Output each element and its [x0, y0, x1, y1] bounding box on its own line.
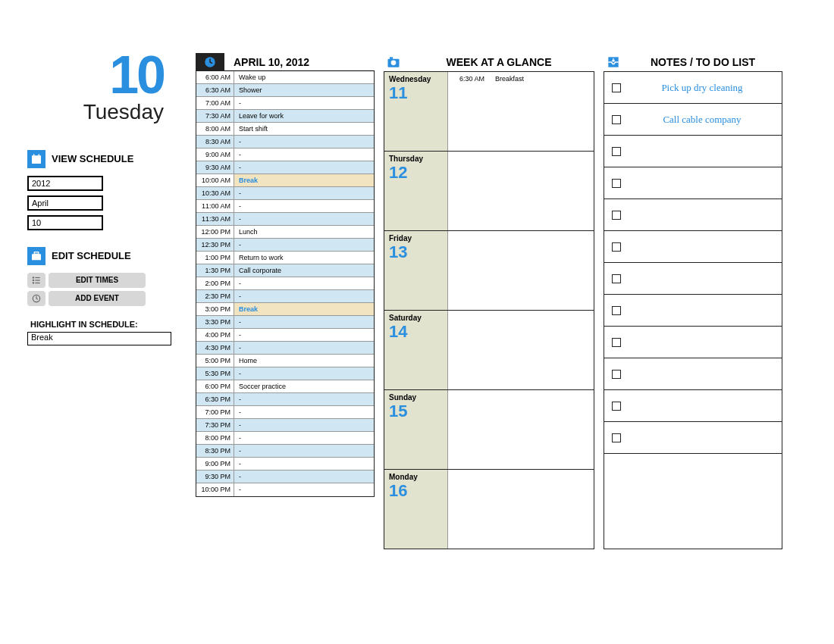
- week-day-name: Thursday: [389, 155, 443, 163]
- week-day[interactable]: Sunday15: [384, 390, 594, 470]
- note-row[interactable]: [604, 199, 782, 231]
- slot-event: -: [234, 97, 374, 109]
- checkbox[interactable]: [612, 179, 621, 188]
- slot-time: 3:00 PM: [196, 303, 234, 315]
- checkbox[interactable]: [612, 402, 621, 411]
- slot-event: -: [234, 329, 374, 341]
- note-row[interactable]: [604, 358, 782, 390]
- time-slot[interactable]: 7:00 AM-: [196, 97, 374, 110]
- notes-panel: NOTES / TO DO LIST Pick up dry cleaningC…: [604, 53, 782, 549]
- note-row[interactable]: [604, 136, 782, 167]
- time-slot[interactable]: 7:30 AMLeave for work: [196, 110, 374, 123]
- slot-time: 9:30 AM: [196, 161, 234, 174]
- week-day[interactable]: Wednesday116:30 AMBreakfast: [384, 72, 594, 152]
- time-slot[interactable]: 1:30 PMCall corporate: [196, 264, 374, 277]
- time-slot[interactable]: 6:00 AMWake up: [196, 71, 374, 84]
- time-slot[interactable]: 7:00 PM-: [196, 406, 374, 419]
- edit-times-button[interactable]: EDIT TIMES: [27, 273, 187, 288]
- note-row[interactable]: [604, 231, 782, 263]
- add-event-label: ADD EVENT: [49, 291, 146, 306]
- camera-icon: [384, 53, 403, 71]
- highlight-input[interactable]: Break: [27, 332, 171, 345]
- note-row[interactable]: Pick up dry cleaning: [604, 72, 782, 104]
- week-day-header: Sunday15: [384, 390, 448, 469]
- calendar-icon: [27, 150, 45, 168]
- week-panel: WEEK AT A GLANCE Wednesday116:30 AMBreak…: [384, 53, 594, 549]
- checkbox[interactable]: [612, 274, 621, 283]
- slot-time: 10:00 AM: [196, 174, 234, 186]
- week-day-events: [448, 152, 594, 230]
- time-slot[interactable]: 6:30 PM-: [196, 393, 374, 406]
- note-row[interactable]: [604, 263, 782, 295]
- checkbox[interactable]: [612, 147, 621, 156]
- slot-event: Shower: [234, 84, 374, 96]
- slot-time: 11:30 AM: [196, 213, 234, 225]
- month-picker[interactable]: April: [27, 195, 103, 211]
- time-slot[interactable]: 3:00 PMBreak: [196, 303, 374, 316]
- time-slot[interactable]: 4:00 PM-: [196, 329, 374, 342]
- time-slot[interactable]: 7:30 PM-: [196, 419, 374, 432]
- checkbox[interactable]: [612, 115, 621, 124]
- checkbox[interactable]: [612, 83, 621, 92]
- week-day-events: [448, 390, 594, 469]
- time-slot[interactable]: 2:00 PM-: [196, 277, 374, 290]
- time-slot[interactable]: 10:00 AMBreak: [196, 174, 374, 187]
- time-slot[interactable]: 11:30 AM-: [196, 213, 374, 226]
- time-slot[interactable]: 12:00 PMLunch: [196, 226, 374, 239]
- time-slot[interactable]: 9:00 PM-: [196, 458, 374, 470]
- time-slot[interactable]: 5:30 PM-: [196, 367, 374, 380]
- week-day[interactable]: Saturday14: [384, 311, 594, 390]
- time-slot[interactable]: 9:30 PM-: [196, 470, 374, 483]
- time-slot[interactable]: 9:30 AM-: [196, 161, 374, 174]
- svg-rect-7: [35, 277, 39, 277]
- time-slot[interactable]: 8:00 AMStart shift: [196, 123, 374, 136]
- checkbox[interactable]: [612, 370, 621, 379]
- note-row[interactable]: Call cable company: [604, 104, 782, 136]
- slot-event: -: [234, 148, 374, 161]
- time-slot[interactable]: 10:30 AM-: [196, 187, 374, 200]
- time-slot[interactable]: 11:00 AM-: [196, 200, 374, 213]
- time-slot[interactable]: 10:00 PM-: [196, 483, 374, 496]
- clock-icon: [27, 291, 45, 306]
- checkbox[interactable]: [612, 433, 621, 442]
- day-picker[interactable]: 10: [27, 215, 103, 230]
- slot-event: -: [234, 393, 374, 405]
- time-slot[interactable]: 3:30 PM-: [196, 316, 374, 329]
- svg-point-10: [33, 282, 34, 283]
- time-slot[interactable]: 12:30 PM-: [196, 239, 374, 252]
- time-slot[interactable]: 5:00 PMHome: [196, 355, 374, 367]
- slot-event: -: [234, 406, 374, 418]
- note-row[interactable]: [604, 327, 782, 358]
- edit-schedule-header: EDIT SCHEDULE: [27, 247, 187, 265]
- time-slot[interactable]: 4:30 PM-: [196, 342, 374, 355]
- time-slot[interactable]: 8:00 PM-: [196, 432, 374, 445]
- slot-time: 8:00 PM: [196, 432, 234, 444]
- time-slot[interactable]: 1:00 PMReturn to work: [196, 252, 374, 264]
- note-row[interactable]: [604, 390, 782, 422]
- week-day[interactable]: Monday16: [384, 470, 594, 549]
- year-picker[interactable]: 2012: [27, 176, 103, 191]
- slot-event: -: [234, 432, 374, 444]
- time-slot[interactable]: 2:30 PM-: [196, 290, 374, 303]
- checkbox[interactable]: [612, 338, 621, 347]
- add-event-button[interactable]: ADD EVENT: [27, 291, 187, 306]
- note-row[interactable]: [604, 422, 782, 454]
- week-day[interactable]: Friday13: [384, 231, 594, 311]
- time-slot[interactable]: 8:30 AM-: [196, 136, 374, 148]
- view-schedule-header: VIEW SCHEDULE: [27, 150, 187, 168]
- checkbox[interactable]: [612, 306, 621, 315]
- week-day[interactable]: Thursday12: [384, 152, 594, 231]
- checkbox[interactable]: [612, 211, 621, 220]
- note-row[interactable]: [604, 167, 782, 199]
- week-day-number: 14: [389, 322, 443, 342]
- note-row[interactable]: [604, 295, 782, 327]
- note-text: Call cable company: [630, 114, 774, 126]
- time-slot[interactable]: 6:30 AMShower: [196, 84, 374, 97]
- checkbox[interactable]: [612, 242, 621, 252]
- week-day-number: 15: [389, 402, 443, 421]
- time-slot[interactable]: 6:00 PMSoccer practice: [196, 380, 374, 393]
- time-slot[interactable]: 9:00 AM-: [196, 148, 374, 161]
- daily-schedule-panel: APRIL 10, 2012 6:00 AMWake up6:30 AMShow…: [196, 53, 375, 549]
- time-slot[interactable]: 8:30 PM-: [196, 445, 374, 458]
- slot-time: 9:30 PM: [196, 470, 234, 483]
